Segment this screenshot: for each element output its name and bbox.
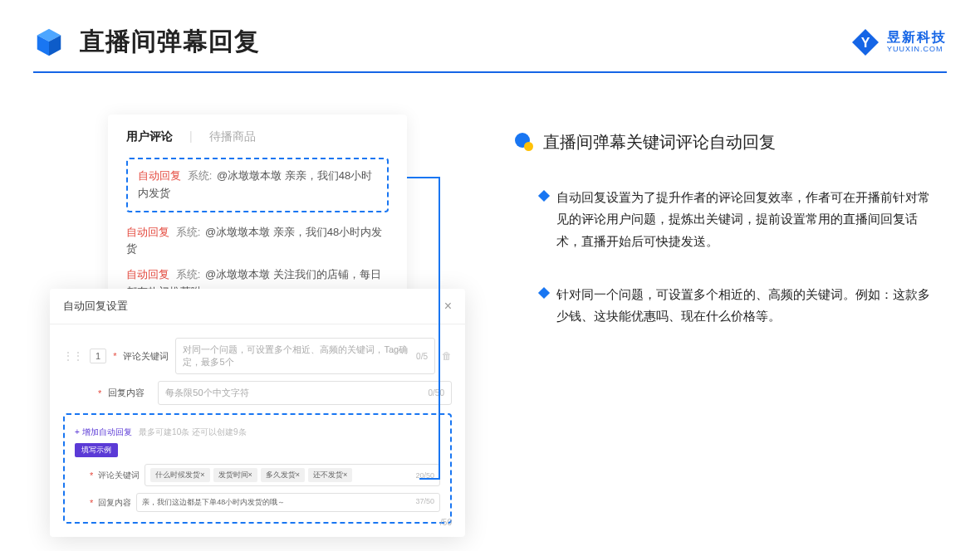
tab-products[interactable]: 待播商品 bbox=[209, 129, 256, 144]
example-block: + 增加自动回复 最多可建10条 还可以创建9条 填写示例 * 评论关键词 什么… bbox=[63, 413, 452, 524]
auto-reply-tag: 自动回复 bbox=[126, 268, 169, 280]
section-dot-icon bbox=[515, 133, 535, 153]
ex-label-keyword: 评论关键词 bbox=[98, 470, 140, 481]
close-icon[interactable]: × bbox=[444, 299, 452, 314]
left-column: 用户评论 | 待播商品 自动回复 系统: @冰墩墩本墩 亲亲，我们48小时内发货… bbox=[50, 115, 465, 358]
bullet-item: 针对同一个问题，可设置多个相近的、高频的关键词。例如：这款多少钱、这块能优惠吗、… bbox=[515, 284, 930, 328]
example-keyword-row: * 评论关键词 什么时候发货× 发货时间× 多久发货× 还不发货× 20/50 bbox=[75, 464, 440, 486]
add-auto-reply-link[interactable]: + 增加自动回复 bbox=[75, 427, 132, 436]
reply-counter: 0/50 bbox=[429, 388, 444, 397]
required-star: * bbox=[113, 351, 116, 361]
diamond-bullet-icon bbox=[538, 190, 550, 202]
right-column: 直播间弹幕关键词评论自动回复 自动回复设置为了提升作者的评论回复效率，作者可在开… bbox=[515, 115, 930, 358]
bullet-text: 自动回复设置为了提升作者的评论回复效率，作者可在开播前针对常见的评论用户问题，提… bbox=[556, 187, 930, 252]
example-reply-row: * 回复内容 亲，我们这边都是下单48小时内发货的哦～ 37/50 bbox=[75, 493, 440, 512]
auto-reply-tag: 自动回复 bbox=[126, 226, 169, 238]
required-star: * bbox=[90, 498, 93, 508]
page-header: 直播间弹幕回复 Y 昱新科技 YUUXIN.COM bbox=[0, 0, 980, 71]
logo-text: 昱新科技 YUUXIN.COM bbox=[887, 31, 947, 53]
required-star: * bbox=[98, 388, 101, 398]
comment-row: 自动回复 系统: @冰墩墩本墩 亲亲，我们48小时内发货 bbox=[126, 224, 389, 259]
logo-en: YUUXIN.COM bbox=[887, 46, 947, 53]
dialog-header: 自动回复设置 × bbox=[50, 289, 465, 324]
connector-line bbox=[439, 177, 440, 480]
reply-placeholder: 每条限50个中文字符 bbox=[165, 387, 248, 399]
form-row-keyword: ⋮⋮ 1 * 评论关键词 对同一个问题，可设置多个相近、高频的关键词，Tag确定… bbox=[63, 338, 452, 374]
keyword-counter: 0/5 bbox=[416, 352, 428, 361]
tag-chip[interactable]: 发货时间× bbox=[213, 468, 257, 482]
add-hint: 最多可建10条 还可以创建9条 bbox=[139, 427, 246, 436]
field-label-keyword: 评论关键词 bbox=[123, 350, 169, 363]
dialog-title: 自动回复设置 bbox=[63, 299, 128, 314]
section-head: 直播间弹幕关键词评论自动回复 bbox=[515, 131, 930, 154]
connector-line bbox=[419, 478, 440, 480]
bullet-text: 针对同一个问题，可设置多个相近的、高频的关键词。例如：这款多少钱、这块能优惠吗、… bbox=[556, 284, 930, 328]
ex-reply-input[interactable]: 亲，我们这边都是下单48小时内发货的哦～ 37/50 bbox=[136, 493, 440, 512]
page-title: 直播间弹幕回复 bbox=[80, 25, 260, 59]
system-tag: 系统: bbox=[176, 226, 201, 238]
diamond-bullet-icon bbox=[538, 287, 550, 299]
section-title: 直播间弹幕关键词评论自动回复 bbox=[543, 131, 776, 154]
keyword-input[interactable]: 对同一个问题，可设置多个相近、高频的关键词，Tag确定，最多5个 0/5 bbox=[175, 338, 435, 374]
ex-keyword-input[interactable]: 什么时候发货× 发货时间× 多久发货× 还不发货× 20/50 bbox=[145, 464, 440, 486]
tag-chip[interactable]: 多久发货× bbox=[261, 468, 305, 482]
example-badge: 填写示例 bbox=[75, 443, 118, 457]
ex-label-reply: 回复内容 bbox=[98, 497, 131, 509]
svg-text:Y: Y bbox=[861, 36, 870, 50]
ex-reply-text: 亲，我们这边都是下单48小时内发货的哦～ bbox=[142, 497, 285, 508]
auto-reply-tag: 自动回复 bbox=[138, 169, 181, 182]
tab-divider: | bbox=[189, 129, 193, 144]
dialog-body: ⋮⋮ 1 * 评论关键词 对同一个问题，可设置多个相近、高频的关键词，Tag确定… bbox=[50, 324, 465, 537]
auto-reply-settings-dialog: 自动回复设置 × ⋮⋮ 1 * 评论关键词 对同一个问题，可设置多个相近、高频的… bbox=[50, 289, 465, 537]
trash-icon[interactable]: 🗑 bbox=[442, 350, 452, 362]
system-tag: 系统: bbox=[176, 268, 201, 280]
bottom-counter: /50 bbox=[440, 518, 452, 527]
cube-icon bbox=[33, 27, 65, 58]
keyword-placeholder: 对同一个问题，可设置多个相近、高频的关键词，Tag确定，最多5个 bbox=[183, 344, 416, 368]
rule-number: 1 bbox=[90, 349, 106, 363]
reply-input[interactable]: 每条限50个中文字符 0/50 bbox=[158, 381, 452, 405]
logo-cn: 昱新科技 bbox=[887, 31, 947, 44]
tag-chip[interactable]: 什么时候发货× bbox=[150, 468, 209, 482]
tag-chip[interactable]: 还不发货× bbox=[308, 468, 352, 482]
comment-row-highlight: 自动回复 系统: @冰墩墩本墩 亲亲，我们48小时内发货 bbox=[138, 168, 377, 202]
ex-reply-counter: 37/50 bbox=[415, 497, 434, 508]
bullet-item: 自动回复设置为了提升作者的评论回复效率，作者可在开播前针对常见的评论用户问题，提… bbox=[515, 187, 930, 252]
highlighted-comment: 自动回复 系统: @冰墩墩本墩 亲亲，我们48小时内发货 bbox=[126, 158, 389, 212]
field-label-reply: 回复内容 bbox=[108, 387, 151, 399]
drag-handle-icon[interactable]: ⋮⋮ bbox=[63, 350, 83, 362]
brand-logo: Y 昱新科技 YUUXIN.COM bbox=[850, 27, 947, 57]
system-tag: 系统: bbox=[188, 169, 213, 182]
required-star: * bbox=[90, 471, 93, 480]
form-row-reply: * 回复内容 每条限50个中文字符 0/50 bbox=[63, 381, 452, 405]
logo-diamond-icon: Y bbox=[850, 27, 880, 57]
tab-comments[interactable]: 用户评论 bbox=[126, 129, 173, 144]
header-left: 直播间弹幕回复 bbox=[33, 25, 260, 59]
tabs: 用户评论 | 待播商品 bbox=[126, 129, 389, 144]
connector-line bbox=[407, 177, 440, 178]
